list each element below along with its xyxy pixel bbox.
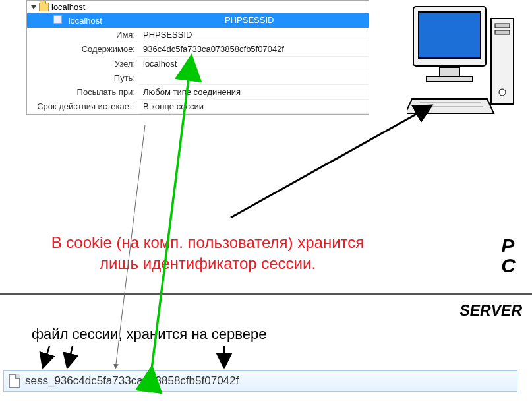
tree-root-label: localhost <box>51 2 85 12</box>
tree-selected-host: localhost <box>69 16 102 26</box>
prop-label-content: Содержимое: <box>27 42 139 57</box>
server-label: SERVER <box>459 302 522 320</box>
cookie-note-line1: В cookie (на комп. пользователя) хранитс… <box>51 233 365 251</box>
session-file-caption: файл сессии, хранится на сервере <box>32 326 267 343</box>
session-file-name: sess_936c4dc5fa733ca073858cfb5f07042f <box>25 374 239 388</box>
prop-value-expire: В конце сессии <box>139 100 369 114</box>
pc-label: PC <box>501 236 516 276</box>
file-icon <box>9 374 20 388</box>
prop-value-host: localhost <box>139 57 369 71</box>
cookie-note: В cookie (на комп. пользователя) хранитс… <box>3 232 412 275</box>
prop-label-path: Путь: <box>27 71 139 85</box>
folder-icon <box>39 3 49 11</box>
svg-marker-8 <box>407 99 494 113</box>
svg-rect-5 <box>419 12 481 58</box>
pc-server-divider <box>0 293 532 295</box>
arrow-caption-2 <box>67 346 73 368</box>
svg-rect-1 <box>495 24 510 28</box>
cookie-properties: Имя: PHPSESSID Содержимое: 936c4dc5fa733… <box>27 28 369 114</box>
prop-label-send: Посылать при: <box>27 85 139 100</box>
prop-value-name: PHPSESSID <box>139 28 369 42</box>
tree-selected-row[interactable]: localhost PHPSESSID <box>27 13 369 28</box>
prop-value-path <box>139 71 369 85</box>
arrow-to-pc <box>231 105 432 218</box>
cookie-icon <box>53 15 62 24</box>
prop-value-content: 936c4dc5fa733ca073858cfb5f07042f <box>139 42 369 57</box>
prop-value-send: Любом типе соединения <box>139 85 369 100</box>
session-file-row[interactable]: sess_936c4dc5fa733ca073858cfb5f07042f <box>3 370 517 392</box>
svg-rect-6 <box>440 67 459 76</box>
svg-rect-7 <box>427 76 473 82</box>
tree-root-row[interactable]: localhost <box>27 1 369 13</box>
svg-rect-2 <box>495 30 510 34</box>
expand-icon[interactable] <box>31 5 36 9</box>
cookie-inspector-panel: localhost localhost PHPSESSID Имя: PHPSE… <box>26 0 369 115</box>
tree-selected-cookie: PHPSESSID <box>225 15 274 26</box>
cookie-note-line2: лишь идентификатор сессии. <box>100 254 316 272</box>
computer-icon <box>407 0 519 119</box>
svg-point-3 <box>499 89 506 96</box>
prop-label-expire: Срок действия истекает: <box>27 100 139 114</box>
arrow-caption-1 <box>43 346 49 368</box>
prop-label-name: Имя: <box>27 28 139 42</box>
prop-label-host: Узел: <box>27 57 139 71</box>
